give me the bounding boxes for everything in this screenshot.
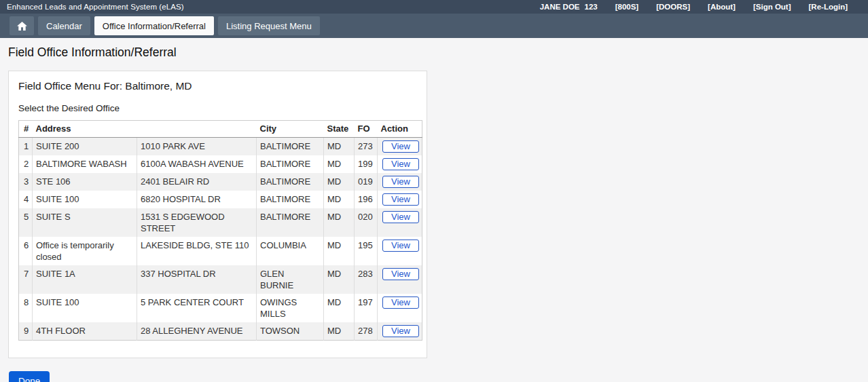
col-header-action: Action <box>378 121 422 138</box>
cell-state: MD <box>324 237 355 265</box>
nav-tab-office-information-referral[interactable]: Office Information/Referral <box>94 16 214 35</box>
cell-action: View <box>378 138 422 156</box>
table-body: 1 SUITE 200 1010 PARK AVE BALTIMORE MD 2… <box>19 138 422 341</box>
view-button[interactable]: View <box>382 140 419 153</box>
home-icon <box>17 22 27 31</box>
user-id: 123 <box>585 3 598 11</box>
table-row: 1 SUITE 200 1010 PARK AVE BALTIMORE MD 2… <box>19 138 422 156</box>
navbar: Calendar Office Information/Referral Lis… <box>0 14 868 38</box>
cell-state: MD <box>324 138 355 156</box>
cell-address2: 2401 BELAIR RD <box>137 173 257 191</box>
col-header-num: # <box>19 121 33 138</box>
page-title: Field Office Information/Referral <box>0 38 868 60</box>
cell-action: View <box>378 294 422 322</box>
offices-table: # Address City State FO Action 1 SUITE 2… <box>18 120 422 341</box>
cell-action: View <box>378 265 422 294</box>
cell-city: TOWSON <box>257 322 324 341</box>
nav-tab-listing-request-menu[interactable]: Listing Request Menu <box>218 16 320 35</box>
cell-city: BALTIMORE <box>257 138 324 156</box>
cell-city: COLUMBIA <box>257 237 324 265</box>
cell-address1: Office is temporarily closed <box>33 237 137 265</box>
cell-address1: STE 106 <box>33 173 137 191</box>
app-title: Enhanced Leads and Appointment System (e… <box>7 3 184 11</box>
table-row: 7 SUITE 1A 337 HOSPITAL DR GLEN BURNIE M… <box>19 265 422 294</box>
cell-address1: SUITE S <box>33 208 137 237</box>
table-row: 6 Office is temporarily closed LAKESIDE … <box>19 237 422 265</box>
cell-fo: 196 <box>355 191 378 208</box>
view-button[interactable]: View <box>382 193 419 206</box>
cell-address1: SUITE 200 <box>33 138 137 156</box>
cell-state: MD <box>324 155 355 173</box>
cell-address2: LAKESIDE BLDG, STE 110 <box>137 237 257 265</box>
view-button[interactable]: View <box>382 268 419 280</box>
cell-fo: 197 <box>355 294 378 322</box>
cell-state: MD <box>324 294 355 322</box>
view-button[interactable]: View <box>382 176 419 188</box>
topbar-link[interactable]: [Re-Login] <box>809 3 848 11</box>
topbar-link[interactable]: [DOORS] <box>656 3 690 11</box>
topbar-link[interactable]: [Sign Out] <box>753 3 791 11</box>
col-header-address: Address <box>33 121 257 138</box>
cell-fo: 019 <box>355 173 378 191</box>
cell-state: MD <box>324 191 355 208</box>
cell-city: BALTIMORE <box>257 208 324 237</box>
cell-action: View <box>378 191 422 208</box>
topbar-link[interactable]: [About] <box>708 3 736 11</box>
cell-address2: 1531 S EDGEWOOD STREET <box>137 208 257 237</box>
cell-state: MD <box>324 208 355 237</box>
view-button[interactable]: View <box>382 211 419 223</box>
nav-tab-calendar[interactable]: Calendar <box>38 16 90 35</box>
cell-city: BALTIMORE <box>257 173 324 191</box>
cell-action: View <box>378 237 422 265</box>
cell-num: 3 <box>19 173 33 191</box>
user-info: JANE DOE123 <box>540 3 598 11</box>
cell-address2: 1010 PARK AVE <box>137 138 257 156</box>
cell-state: MD <box>324 173 355 191</box>
cell-fo: 283 <box>355 265 378 294</box>
cell-num: 6 <box>19 237 33 265</box>
done-button[interactable]: Done <box>9 371 50 382</box>
table-row: 3 STE 106 2401 BELAIR RD BALTIMORE MD 01… <box>19 173 422 191</box>
cell-address1: SUITE 1A <box>33 265 137 294</box>
topbar: Enhanced Leads and Appointment System (e… <box>0 0 868 14</box>
cell-action: View <box>378 208 422 237</box>
cell-action: View <box>378 155 422 173</box>
cell-address2: 5 PARK CENTER COURT <box>137 294 257 322</box>
topbar-links: [800S] [DOORS] [About] [Sign Out] [Re-Lo… <box>615 3 848 11</box>
home-button[interactable] <box>10 16 34 35</box>
cell-num: 9 <box>19 322 33 341</box>
topbar-link[interactable]: [800S] <box>615 3 639 11</box>
cell-fo: 273 <box>355 138 378 156</box>
field-office-panel: Field Office Menu For: Baltimore, MD Sel… <box>8 71 427 358</box>
cell-action: View <box>378 173 422 191</box>
view-button[interactable]: View <box>382 297 419 309</box>
cell-num: 2 <box>19 155 33 173</box>
cell-address1: 4TH FLOOR <box>33 322 137 341</box>
nav-tabs: Calendar Office Information/Referral Lis… <box>38 16 320 35</box>
panel-subtitle: Select the Desired Office <box>18 103 417 113</box>
table-row: 9 4TH FLOOR 28 ALLEGHENY AVENUE TOWSON M… <box>19 322 422 341</box>
cell-address1: SUITE 100 <box>33 294 137 322</box>
view-button[interactable]: View <box>382 325 419 337</box>
cell-num: 8 <box>19 294 33 322</box>
cell-num: 1 <box>19 138 33 156</box>
cell-address2: 6820 HOSPITAL DR <box>137 191 257 208</box>
cell-action: View <box>378 322 422 341</box>
cell-fo: 278 <box>355 322 378 341</box>
cell-num: 5 <box>19 208 33 237</box>
topbar-right: JANE DOE123 [800S] [DOORS] [About] [Sign… <box>540 3 848 11</box>
col-header-city: City <box>257 121 324 138</box>
col-header-fo: FO <box>355 121 378 138</box>
cell-fo: 195 <box>355 237 378 265</box>
table-header: # Address City State FO Action <box>19 121 422 138</box>
cell-address2: 28 ALLEGHENY AVENUE <box>137 322 257 341</box>
panel-title: Field Office Menu For: Baltimore, MD <box>18 80 417 92</box>
cell-city: GLEN BURNIE <box>257 265 324 294</box>
view-button[interactable]: View <box>382 158 419 170</box>
cell-address1: SUITE 100 <box>33 191 137 208</box>
cell-fo: 020 <box>355 208 378 237</box>
cell-city: BALTIMORE <box>257 155 324 173</box>
table-row: 4 SUITE 100 6820 HOSPITAL DR BALTIMORE M… <box>19 191 422 208</box>
cell-fo: 199 <box>355 155 378 173</box>
view-button[interactable]: View <box>382 240 419 252</box>
